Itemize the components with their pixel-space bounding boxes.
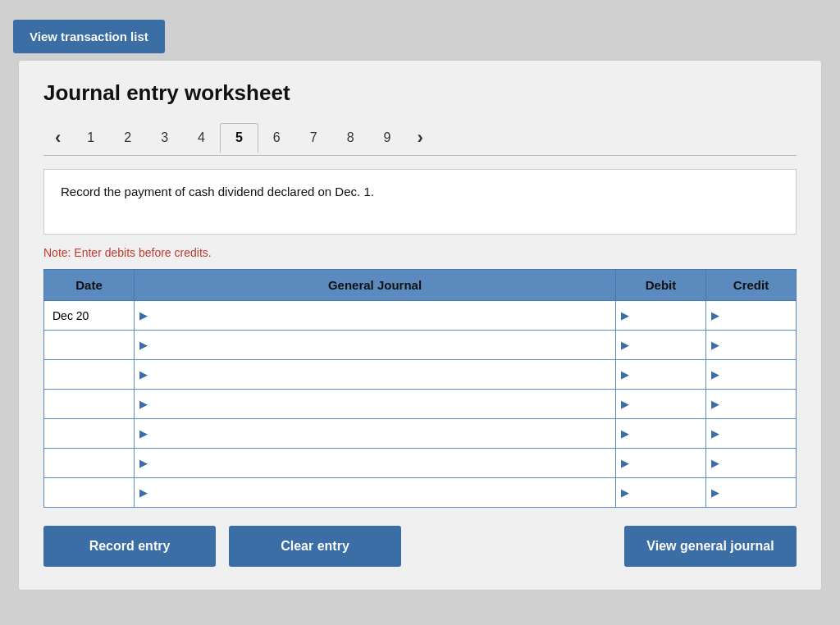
instruction-text: Record the payment of cash dividend decl… [61,185,374,198]
credit-cell-5: ▶ [706,449,797,478]
page-5[interactable]: 5 [220,123,258,153]
table-row: ▶▶▶ [44,360,797,390]
page-6[interactable]: 6 [258,124,295,153]
debit-cell-4: ▶ [616,419,706,449]
credit-input-1[interactable] [723,337,791,354]
debit-cell-2: ▶ [616,360,706,390]
debit-input-1[interactable] [632,337,701,354]
credit-input-3[interactable] [723,396,791,413]
debit-arrow-icon: ▶ [621,339,629,351]
debit-input-3[interactable] [632,396,701,413]
header-date: Date [44,270,135,301]
journal-input-2[interactable] [151,367,610,383]
bottom-buttons: Record entry Clear entry View general jo… [43,526,797,567]
journal-arrow-icon: ▶ [139,339,148,351]
date-cell-5 [44,449,135,478]
debit-arrow-icon: ▶ [621,398,629,410]
journal-cell-1: ▶ [135,331,616,360]
debit-input-2[interactable] [632,367,701,383]
date-cell-2 [44,360,135,390]
page-2[interactable]: 2 [109,124,146,153]
date-cell-1 [44,331,135,360]
debit-cell-5: ▶ [616,449,706,478]
page-1[interactable]: 1 [72,124,109,153]
date-cell-3 [44,390,135,419]
page-4[interactable]: 4 [183,124,220,153]
journal-cell-6: ▶ [135,478,616,508]
page-3[interactable]: 3 [146,124,183,153]
date-input-0[interactable] [51,308,127,324]
credit-cell-6: ▶ [706,478,797,508]
credit-arrow-icon: ▶ [711,427,719,440]
credit-arrow-icon: ▶ [711,486,719,499]
note-text: Note: Enter debits before credits. [43,246,797,259]
credit-arrow-icon: ▶ [711,457,719,469]
table-row: ▶▶▶ [44,301,797,331]
clear-entry-button[interactable]: Clear entry [229,526,401,567]
debit-input-4[interactable] [632,426,701,442]
credit-cell-1: ▶ [706,331,797,360]
journal-arrow-icon: ▶ [139,486,148,499]
credit-arrow-icon: ▶ [711,309,719,322]
credit-arrow-icon: ▶ [711,398,719,410]
journal-cell-0: ▶ [135,301,616,331]
journal-input-1[interactable] [151,337,610,354]
journal-cell-5: ▶ [135,449,616,478]
credit-arrow-icon: ▶ [711,368,719,381]
next-page-button[interactable]: › [405,121,434,155]
table-row: ▶▶▶ [44,331,797,360]
debit-cell-6: ▶ [616,478,706,508]
journal-arrow-icon: ▶ [139,398,148,410]
page-9[interactable]: 9 [369,124,406,153]
table-row: ▶▶▶ [44,390,797,419]
page-7[interactable]: 7 [295,124,332,153]
debit-cell-1: ▶ [616,331,706,360]
credit-input-6[interactable] [723,485,791,501]
journal-arrow-icon: ▶ [139,309,148,322]
page-8[interactable]: 8 [332,124,369,153]
debit-arrow-icon: ▶ [621,309,629,322]
main-container: Journal entry worksheet ‹ 1 2 3 4 5 6 7 … [18,60,822,591]
credit-input-2[interactable] [723,367,791,383]
debit-arrow-icon: ▶ [621,427,629,440]
debit-arrow-icon: ▶ [621,368,629,381]
view-transaction-list-button[interactable]: View transaction list [13,20,165,53]
journal-input-0[interactable] [151,308,610,324]
journal-table: Date General Journal Debit Credit ▶▶▶▶▶▶… [43,269,797,508]
table-row: ▶▶▶ [44,419,797,449]
record-entry-button[interactable]: Record entry [43,526,216,567]
debit-arrow-icon: ▶ [621,457,629,469]
debit-input-6[interactable] [632,485,701,501]
journal-input-4[interactable] [151,426,610,442]
credit-input-0[interactable] [723,308,791,324]
journal-input-3[interactable] [151,396,610,413]
debit-input-0[interactable] [632,308,701,324]
credit-arrow-icon: ▶ [711,339,719,351]
credit-cell-2: ▶ [706,360,797,390]
journal-arrow-icon: ▶ [139,368,148,381]
prev-page-button[interactable]: ‹ [43,121,72,155]
debit-cell-0: ▶ [616,301,706,331]
journal-input-5[interactable] [151,455,610,472]
journal-cell-3: ▶ [135,390,616,419]
credit-cell-4: ▶ [706,419,797,449]
header-general-journal: General Journal [135,270,616,301]
debit-arrow-icon: ▶ [621,486,629,499]
credit-input-5[interactable] [723,455,791,472]
credit-cell-3: ▶ [706,390,797,419]
credit-cell-0: ▶ [706,301,797,331]
date-cell-0 [44,301,135,331]
debit-cell-3: ▶ [616,390,706,419]
credit-input-4[interactable] [723,426,791,442]
header-credit: Credit [706,270,797,301]
table-row: ▶▶▶ [44,478,797,508]
view-general-journal-button[interactable]: View general journal [624,526,797,567]
instruction-box: Record the payment of cash dividend decl… [43,169,797,235]
worksheet-title: Journal entry worksheet [43,80,797,106]
journal-cell-4: ▶ [135,419,616,449]
journal-input-6[interactable] [151,485,610,501]
journal-arrow-icon: ▶ [139,427,148,440]
debit-input-5[interactable] [632,455,701,472]
date-cell-4 [44,419,135,449]
journal-cell-2: ▶ [135,360,616,390]
